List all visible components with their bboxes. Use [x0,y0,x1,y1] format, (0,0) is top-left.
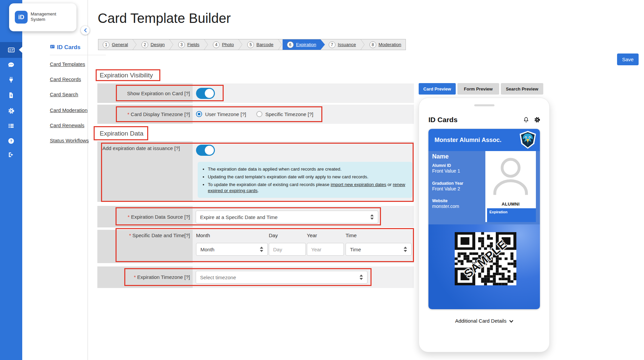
logo-badge-icon: iD [15,11,28,24]
card-field-value: monster.com [432,204,459,209]
step-separator [169,39,174,50]
submenu-divider [50,55,106,55]
row-card-display-timezone: *Card Display Timezone [?] User Timezone… [97,105,414,124]
card-field-label: Website [432,199,448,203]
info-bullet-1: The expiration date data is applied when… [208,166,406,172]
invoice-icon[interactable]: $ [0,88,22,103]
add-expiration-label: Add expiration date at issuance [?] [102,145,180,151]
save-button[interactable]: Save [617,53,639,65]
collapse-sidebar-button[interactable] [81,26,90,35]
step-issuance[interactable]: 7Issuance [324,39,360,50]
year-column-header: Year [307,232,317,238]
app-logo: iD Management System [9,3,76,31]
add-expiration-toggle[interactable] [196,145,215,156]
section-title-expiration-data: Expiration Data [100,130,143,137]
id-card-preview: Monster Alumni Assoc. Name Alumni ID Fro… [428,129,540,309]
time-select[interactable]: Time [346,243,412,256]
expiration-data-source-label: Expiration Data Source [?] [131,214,190,220]
list-icon[interactable] [0,118,22,133]
phone-handle [474,104,494,106]
tab-card-preview[interactable]: Card Preview [419,83,456,95]
year-input[interactable] [307,243,344,256]
card-field-value: Front Value 1 [432,168,460,174]
sidebar-item-card-moderation[interactable]: Card Moderation [50,107,88,113]
wizard-steps: 1General 2Design 3Fields 4Photo 5Barcode… [98,39,406,50]
page-title: Card Template Builder [98,11,231,26]
chevron-down-icon [509,320,513,323]
select-arrows-icon [404,247,407,252]
radio-user-timezone[interactable]: User Timezone [?] [196,111,246,117]
plug-icon[interactable] [0,72,22,87]
card-expiration-bar: Expiration [485,208,536,222]
step-moderation[interactable]: 8Moderation [365,39,406,50]
row-add-expiration-at-issuance: Add expiration date at issuance [?] The … [97,141,414,202]
sidebar-item-card-templates[interactable]: Card Templates [50,61,85,67]
required-asterisk: * [129,232,131,238]
mascot-logo-icon [518,130,538,151]
submenu-header-id-cards: ID Cards [50,44,80,51]
row-expiration-timezone: *Expiration Timezone [?] Select timezone [97,266,414,288]
expiration-info-box: The expiration date data is applied when… [198,162,412,198]
import-expiration-dates-link[interactable]: import new expiration dates [331,182,386,187]
step-photo[interactable]: 4Photo [208,39,238,50]
show-expiration-toggle[interactable] [196,88,215,99]
help-icon[interactable]: ? [0,134,22,148]
card-name-label: Name [432,153,449,160]
sidebar-item-card-records[interactable]: Card Records [50,76,81,82]
chat-icon[interactable] [0,58,22,72]
sidebar-item-card-search[interactable]: Card Search [50,92,78,97]
tab-form-preview[interactable]: Form Preview [457,83,499,95]
row-show-expiration: Show Expiration on Card [?] [97,83,414,103]
day-column-header: Day [269,232,278,238]
card-photo-caption: ALUMNI [485,202,536,207]
step-general[interactable]: 1General [98,39,132,50]
show-expiration-label: Show Expiration on Card [?] [127,91,190,96]
info-bullet-2: Updating the card template's expiration … [208,174,406,180]
sidebar-item-status-workflows[interactable]: Status Workflows [50,138,89,143]
card-lower-body: SAMPLE Jul 26, 2023 16:37:15 ★ [428,224,540,309]
qr-sample-watermark: SAMPLE [455,232,516,285]
card-photo-placeholder: ALUMNI [485,151,536,208]
required-asterisk: * [128,214,130,220]
info-bullet-3: To update the expiration date of existin… [208,182,406,194]
select-arrows-icon [260,247,263,252]
expiration-timezone-label: Expiration Timezone [?] [137,274,190,280]
card-template-builder-screen: $ ? ID Cards Card Templates Card Records… [0,0,644,360]
month-select[interactable]: Month [196,243,268,256]
day-input[interactable] [269,243,306,256]
logout-icon[interactable] [0,147,22,162]
sidebar-submenu: ID Cards Card Templates Card Records Car… [22,0,88,360]
sidebar-item-card-renewals[interactable]: Card Renewals [50,122,85,128]
time-column-header: Time [346,232,357,238]
select-arrows-icon [370,214,374,220]
additional-card-details-toggle[interactable]: Additional Card Details [419,318,550,324]
step-fields[interactable]: 3Fields [174,39,204,50]
tab-search-preview[interactable]: Search Preview [501,83,543,95]
row-specific-date-time: *Specific Date and Time[?] Month Day Yea… [97,230,414,263]
card-display-timezone-label: Card Display Timezone [?] [131,111,190,117]
expiration-timezone-select[interactable]: Select timezone [196,271,367,284]
person-silhouette-icon [491,153,530,195]
step-barcode[interactable]: 5Barcode [243,39,278,50]
gear-icon[interactable] [0,103,22,118]
svg-text:?: ? [10,139,12,143]
card-org-name: Monster Alumni Assoc. [434,137,502,144]
required-asterisk: * [134,274,136,280]
preview-app-title: ID Cards [428,116,457,124]
svg-text:$: $ [10,94,12,97]
toggle-knob [205,89,214,98]
settings-gear-icon [534,116,541,124]
icon-rail: $ ? [0,0,22,360]
expiration-data-source-select[interactable]: Expire at a Specific Date and Time [196,211,378,223]
step-separator [360,39,365,50]
chevron-left-icon [84,28,87,33]
month-column-header: Month [196,232,210,238]
step-separator [204,39,208,50]
card-expiration-label: Expiration [489,210,508,214]
radio-specific-timezone[interactable]: Specific Timezone [?] [256,111,314,117]
bell-icon [523,116,529,124]
toggle-knob [205,146,214,155]
select-arrows-icon [359,275,363,280]
step-expiration[interactable]: 6Expiration [283,39,325,50]
step-design[interactable]: 2Design [137,39,169,50]
